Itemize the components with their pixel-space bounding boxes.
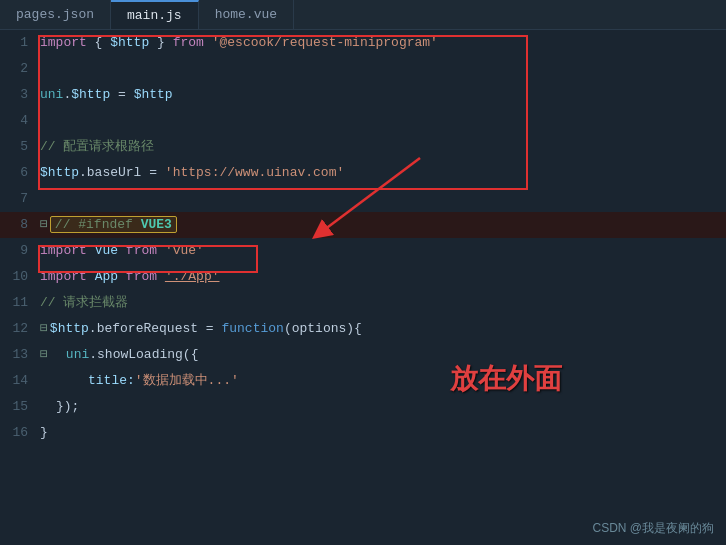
code-line-6: 6 $http.baseUrl = 'https://www.uinav.com… bbox=[0, 160, 726, 186]
code-editor: 1 import { $http } from '@escook/request… bbox=[0, 30, 726, 545]
tab-home-vue[interactable]: home.vue bbox=[199, 0, 294, 29]
code-line-10: 10 import App from './App' bbox=[0, 264, 726, 290]
tab-pages-json[interactable]: pages.json bbox=[0, 0, 111, 29]
code-line-1: 1 import { $http } from '@escook/request… bbox=[0, 30, 726, 56]
code-line-12: 12 ⊟$http.beforeRequest = function(optio… bbox=[0, 316, 726, 342]
code-line-11: 11 // 请求拦截器 bbox=[0, 290, 726, 316]
watermark: CSDN @我是夜阑的狗 bbox=[592, 520, 714, 537]
code-line-2: 2 bbox=[0, 56, 726, 82]
code-line-8: 8 ⊟// #ifndef VUE3 bbox=[0, 212, 726, 238]
code-line-13: 13 ⊟uni.showLoading({ bbox=[0, 342, 726, 368]
code-line-3: 3 uni.$http = $http bbox=[0, 82, 726, 108]
tab-bar: pages.json main.js home.vue bbox=[0, 0, 726, 30]
code-line-5: 5 // 配置请求根路径 bbox=[0, 134, 726, 160]
code-line-15: 15 }); bbox=[0, 394, 726, 420]
code-line-14: 14 title:'数据加载中...' bbox=[0, 368, 726, 394]
code-line-16: 16 } bbox=[0, 420, 726, 446]
code-line-9: 9 import Vue from 'vue' bbox=[0, 238, 726, 264]
code-line-7: 7 bbox=[0, 186, 726, 212]
annotation-text: 放在外面 bbox=[450, 360, 562, 398]
tab-main-js[interactable]: main.js bbox=[111, 0, 199, 29]
code-line-4: 4 bbox=[0, 108, 726, 134]
